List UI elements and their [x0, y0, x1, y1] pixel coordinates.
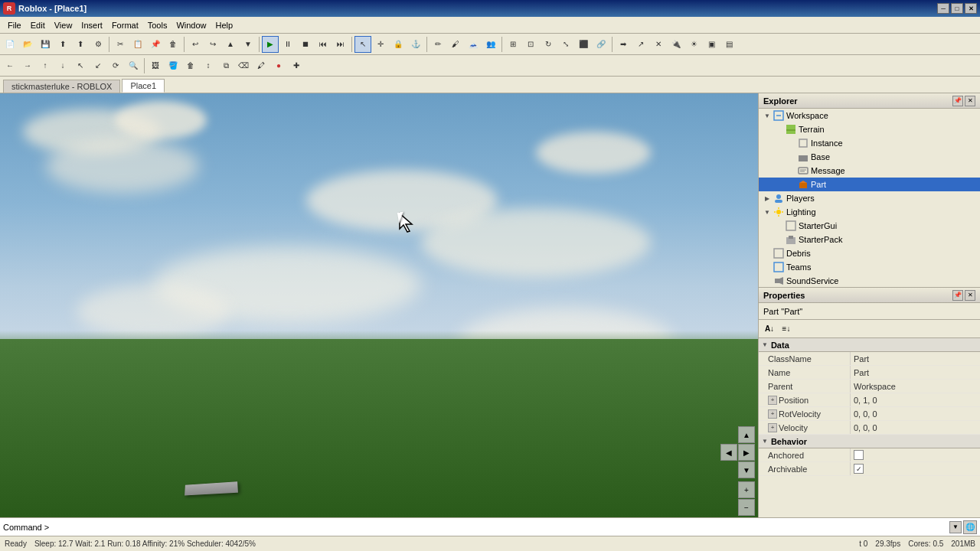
- resize-btn[interactable]: ↕: [200, 57, 217, 74]
- sun-btn[interactable]: ☀: [685, 36, 702, 53]
- gridsnap-btn[interactable]: ⊡: [522, 36, 539, 53]
- tree-item-instance[interactable]: Instance: [759, 136, 980, 150]
- collision-btn[interactable]: ⬛: [575, 36, 592, 53]
- properties-close-btn[interactable]: ✕: [965, 290, 975, 301]
- tree-item-message[interactable]: Message: [759, 164, 980, 178]
- publish-btn[interactable]: ⬆: [54, 36, 71, 53]
- tab-stickmasterluke[interactable]: stickmasterluke - ROBLOX: [3, 80, 120, 93]
- prop-expand-position[interactable]: +: [768, 396, 777, 405]
- nav-zoom-out[interactable]: −: [738, 499, 755, 516]
- menu-edit[interactable]: Edit: [26, 19, 50, 31]
- prop-checkbox-anchored[interactable]: [854, 450, 864, 460]
- terrain-btn[interactable]: 🗻: [465, 36, 482, 53]
- prop-sort-az[interactable]: A↓: [762, 322, 777, 336]
- tree-expand-workspace[interactable]: ▼: [762, 110, 773, 121]
- command-run-btn[interactable]: 🌐: [963, 520, 977, 534]
- plug-btn[interactable]: 🔌: [668, 36, 684, 53]
- maximize-button[interactable]: □: [951, 3, 963, 14]
- img-btn[interactable]: 🖼: [147, 57, 164, 74]
- tree-expand-debris[interactable]: [762, 248, 773, 259]
- playpause-btn[interactable]: ⏸: [279, 36, 296, 53]
- arrow-btn[interactable]: ➡: [615, 36, 632, 53]
- tree-item-startergui[interactable]: StarterGui: [759, 219, 980, 233]
- erase-btn[interactable]: ⌫: [235, 57, 252, 74]
- tiltdown-btn[interactable]: ↙: [90, 57, 106, 74]
- menu-window[interactable]: Window: [172, 19, 211, 31]
- delete-btn[interactable]: 🗑: [165, 36, 181, 53]
- brush-btn[interactable]: 🖌: [447, 36, 464, 53]
- tree-item-players[interactable]: ▶Players: [759, 191, 980, 205]
- down-arrow-btn[interactable]: ▼: [240, 36, 256, 53]
- cut-btn[interactable]: ✂: [112, 36, 129, 53]
- tree-item-workspace[interactable]: ▼Workspace: [759, 109, 980, 122]
- prop-section-behavior[interactable]: ▼Behavior: [759, 435, 980, 448]
- tree-expand-teams[interactable]: [762, 262, 773, 272]
- menu-view[interactable]: View: [50, 19, 77, 31]
- ungroup-btn[interactable]: ▤: [720, 36, 737, 53]
- tree-expand-message[interactable]: [786, 165, 797, 176]
- command-input[interactable]: [52, 523, 949, 532]
- prop-expand-velocity[interactable]: +: [768, 423, 777, 432]
- forward-btn[interactable]: →: [19, 57, 36, 74]
- circle-btn[interactable]: ●: [270, 57, 287, 74]
- move-btn[interactable]: ✛: [372, 36, 389, 53]
- plus-btn[interactable]: ✚: [288, 57, 305, 74]
- saveto-btn[interactable]: ⬆: [72, 36, 89, 53]
- menu-format[interactable]: Format: [107, 19, 143, 31]
- close-button[interactable]: ✕: [965, 3, 977, 14]
- tree-expand-soundservice[interactable]: [762, 276, 773, 286]
- lock-btn[interactable]: 🔒: [390, 36, 407, 53]
- save-btn[interactable]: 💾: [37, 36, 54, 53]
- pencil-btn[interactable]: ✏: [430, 36, 446, 53]
- prop-checkbox-archivable[interactable]: ✓: [854, 464, 864, 474]
- properties-pin-btn[interactable]: 📌: [952, 290, 963, 301]
- new-btn[interactable]: 📄: [2, 36, 18, 53]
- rotate2-btn[interactable]: ⟳: [107, 57, 124, 74]
- nav-right[interactable]: ▶: [738, 444, 755, 461]
- menu-help[interactable]: Help: [211, 19, 238, 31]
- settings-btn[interactable]: ⚙: [90, 36, 106, 53]
- open-btn[interactable]: 📂: [19, 36, 36, 53]
- tree-item-terrain[interactable]: Terrain: [759, 122, 980, 136]
- tree-expand-instance[interactable]: [786, 138, 797, 148]
- menu-file[interactable]: File: [3, 19, 26, 31]
- command-dropdown-btn[interactable]: ▼: [949, 521, 962, 533]
- nav-zoom-in[interactable]: +: [738, 481, 755, 498]
- tree-item-lighting[interactable]: ▼Lighting: [759, 205, 980, 219]
- stepfwd-btn[interactable]: ⏭: [332, 36, 349, 53]
- tree-item-soundservice[interactable]: SoundService: [759, 274, 980, 287]
- copy-btn[interactable]: 📋: [129, 36, 146, 53]
- nav-left[interactable]: ◀: [720, 444, 737, 461]
- tree-expand-players[interactable]: ▶: [762, 193, 773, 204]
- stepback-btn[interactable]: ⏮: [315, 36, 332, 53]
- play-btn[interactable]: ▶: [262, 36, 279, 53]
- back-btn[interactable]: ←: [2, 57, 18, 74]
- prop-sort-cat[interactable]: ≡↓: [779, 322, 794, 336]
- tree-expand-terrain[interactable]: [774, 124, 785, 135]
- paint-btn[interactable]: 🖍: [253, 57, 270, 74]
- up-btn[interactable]: ↑: [37, 57, 54, 74]
- tree-item-debris[interactable]: Debris: [759, 246, 980, 260]
- tree-item-teams[interactable]: Teams: [759, 260, 980, 274]
- copy2-btn[interactable]: ⧉: [217, 57, 234, 74]
- tree-item-starterpack[interactable]: StarterPack: [759, 233, 980, 246]
- menu-tools[interactable]: Tools: [143, 19, 172, 31]
- scale-btn[interactable]: ⤡: [557, 36, 574, 53]
- trash-btn[interactable]: 🗑: [182, 57, 199, 74]
- anchor-btn[interactable]: ⚓: [407, 36, 424, 53]
- minimize-button[interactable]: ─: [937, 3, 949, 14]
- x-btn[interactable]: ✕: [650, 36, 667, 53]
- arc-btn[interactable]: ↗: [632, 36, 649, 53]
- explorer-close-btn[interactable]: ✕: [965, 96, 975, 106]
- explorer-pin-btn[interactable]: 📌: [952, 96, 963, 106]
- up-arrow-btn[interactable]: ▲: [222, 36, 239, 53]
- tree-expand-startergui[interactable]: [774, 220, 785, 231]
- fill-btn[interactable]: 🪣: [165, 57, 181, 74]
- viewport[interactable]: ▲ ◀ ▶ ▼ + −: [0, 93, 758, 517]
- join-btn[interactable]: 🔗: [593, 36, 609, 53]
- down-btn2[interactable]: ↓: [54, 57, 71, 74]
- zoom-btn[interactable]: 🔍: [125, 57, 142, 74]
- paste-btn[interactable]: 📌: [147, 36, 164, 53]
- nav-up[interactable]: ▲: [738, 426, 755, 443]
- grid-btn[interactable]: ⊞: [505, 36, 521, 53]
